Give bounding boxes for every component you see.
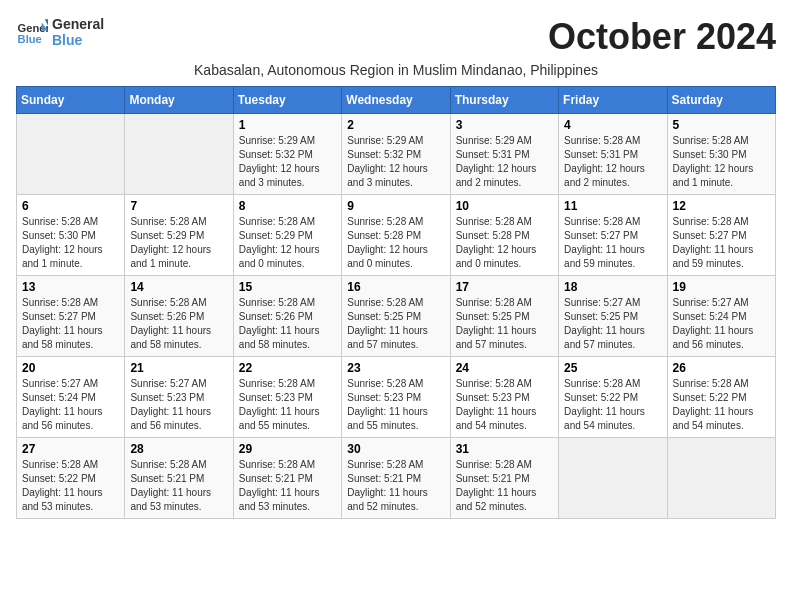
day-info: Sunrise: 5:28 AM Sunset: 5:25 PM Dayligh… (347, 296, 444, 352)
calendar-cell: 5Sunrise: 5:28 AM Sunset: 5:30 PM Daylig… (667, 114, 775, 195)
logo-line2: Blue (52, 32, 104, 48)
day-number: 4 (564, 118, 661, 132)
day-number: 12 (673, 199, 770, 213)
calendar-table: SundayMondayTuesdayWednesdayThursdayFrid… (16, 86, 776, 519)
day-number: 3 (456, 118, 553, 132)
day-number: 25 (564, 361, 661, 375)
day-info: Sunrise: 5:28 AM Sunset: 5:26 PM Dayligh… (130, 296, 227, 352)
header-wednesday: Wednesday (342, 87, 450, 114)
day-number: 20 (22, 361, 119, 375)
day-info: Sunrise: 5:29 AM Sunset: 5:31 PM Dayligh… (456, 134, 553, 190)
calendar-cell: 1Sunrise: 5:29 AM Sunset: 5:32 PM Daylig… (233, 114, 341, 195)
calendar-cell: 16Sunrise: 5:28 AM Sunset: 5:25 PM Dayli… (342, 276, 450, 357)
day-number: 30 (347, 442, 444, 456)
day-info: Sunrise: 5:27 AM Sunset: 5:25 PM Dayligh… (564, 296, 661, 352)
calendar-cell: 29Sunrise: 5:28 AM Sunset: 5:21 PM Dayli… (233, 438, 341, 519)
day-info: Sunrise: 5:28 AM Sunset: 5:21 PM Dayligh… (347, 458, 444, 514)
day-number: 28 (130, 442, 227, 456)
day-number: 11 (564, 199, 661, 213)
day-info: Sunrise: 5:27 AM Sunset: 5:23 PM Dayligh… (130, 377, 227, 433)
calendar-cell: 22Sunrise: 5:28 AM Sunset: 5:23 PM Dayli… (233, 357, 341, 438)
calendar-cell: 31Sunrise: 5:28 AM Sunset: 5:21 PM Dayli… (450, 438, 558, 519)
day-info: Sunrise: 5:28 AM Sunset: 5:21 PM Dayligh… (130, 458, 227, 514)
day-number: 26 (673, 361, 770, 375)
day-number: 17 (456, 280, 553, 294)
day-info: Sunrise: 5:28 AM Sunset: 5:23 PM Dayligh… (239, 377, 336, 433)
header-sunday: Sunday (17, 87, 125, 114)
calendar-cell (125, 114, 233, 195)
header-thursday: Thursday (450, 87, 558, 114)
day-info: Sunrise: 5:28 AM Sunset: 5:31 PM Dayligh… (564, 134, 661, 190)
day-info: Sunrise: 5:28 AM Sunset: 5:26 PM Dayligh… (239, 296, 336, 352)
day-number: 7 (130, 199, 227, 213)
page-header: General Blue General Blue October 2024 (16, 16, 776, 58)
calendar-week-1: 1Sunrise: 5:29 AM Sunset: 5:32 PM Daylig… (17, 114, 776, 195)
day-number: 22 (239, 361, 336, 375)
day-info: Sunrise: 5:28 AM Sunset: 5:30 PM Dayligh… (22, 215, 119, 271)
calendar-cell: 4Sunrise: 5:28 AM Sunset: 5:31 PM Daylig… (559, 114, 667, 195)
calendar-body: 1Sunrise: 5:29 AM Sunset: 5:32 PM Daylig… (17, 114, 776, 519)
day-number: 14 (130, 280, 227, 294)
day-info: Sunrise: 5:29 AM Sunset: 5:32 PM Dayligh… (347, 134, 444, 190)
calendar-cell: 2Sunrise: 5:29 AM Sunset: 5:32 PM Daylig… (342, 114, 450, 195)
calendar-cell: 18Sunrise: 5:27 AM Sunset: 5:25 PM Dayli… (559, 276, 667, 357)
day-info: Sunrise: 5:27 AM Sunset: 5:24 PM Dayligh… (673, 296, 770, 352)
day-info: Sunrise: 5:28 AM Sunset: 5:22 PM Dayligh… (22, 458, 119, 514)
calendar-cell: 20Sunrise: 5:27 AM Sunset: 5:24 PM Dayli… (17, 357, 125, 438)
calendar-cell (559, 438, 667, 519)
day-info: Sunrise: 5:28 AM Sunset: 5:28 PM Dayligh… (347, 215, 444, 271)
calendar-cell: 7Sunrise: 5:28 AM Sunset: 5:29 PM Daylig… (125, 195, 233, 276)
day-number: 16 (347, 280, 444, 294)
calendar-cell: 23Sunrise: 5:28 AM Sunset: 5:23 PM Dayli… (342, 357, 450, 438)
day-number: 23 (347, 361, 444, 375)
calendar-cell: 26Sunrise: 5:28 AM Sunset: 5:22 PM Dayli… (667, 357, 775, 438)
calendar-cell: 28Sunrise: 5:28 AM Sunset: 5:21 PM Dayli… (125, 438, 233, 519)
subtitle: Kabasalan, Autonomous Region in Muslim M… (16, 62, 776, 78)
calendar-cell: 17Sunrise: 5:28 AM Sunset: 5:25 PM Dayli… (450, 276, 558, 357)
day-info: Sunrise: 5:28 AM Sunset: 5:27 PM Dayligh… (564, 215, 661, 271)
header-monday: Monday (125, 87, 233, 114)
day-info: Sunrise: 5:28 AM Sunset: 5:21 PM Dayligh… (239, 458, 336, 514)
calendar-week-2: 6Sunrise: 5:28 AM Sunset: 5:30 PM Daylig… (17, 195, 776, 276)
day-info: Sunrise: 5:28 AM Sunset: 5:27 PM Dayligh… (22, 296, 119, 352)
day-info: Sunrise: 5:28 AM Sunset: 5:25 PM Dayligh… (456, 296, 553, 352)
day-number: 27 (22, 442, 119, 456)
day-number: 19 (673, 280, 770, 294)
calendar-cell: 27Sunrise: 5:28 AM Sunset: 5:22 PM Dayli… (17, 438, 125, 519)
calendar-cell: 15Sunrise: 5:28 AM Sunset: 5:26 PM Dayli… (233, 276, 341, 357)
day-number: 31 (456, 442, 553, 456)
header-tuesday: Tuesday (233, 87, 341, 114)
day-info: Sunrise: 5:29 AM Sunset: 5:32 PM Dayligh… (239, 134, 336, 190)
day-number: 1 (239, 118, 336, 132)
calendar-cell: 21Sunrise: 5:27 AM Sunset: 5:23 PM Dayli… (125, 357, 233, 438)
calendar-cell: 25Sunrise: 5:28 AM Sunset: 5:22 PM Dayli… (559, 357, 667, 438)
calendar-cell: 12Sunrise: 5:28 AM Sunset: 5:27 PM Dayli… (667, 195, 775, 276)
calendar-cell: 6Sunrise: 5:28 AM Sunset: 5:30 PM Daylig… (17, 195, 125, 276)
day-number: 15 (239, 280, 336, 294)
day-info: Sunrise: 5:28 AM Sunset: 5:21 PM Dayligh… (456, 458, 553, 514)
day-number: 10 (456, 199, 553, 213)
day-info: Sunrise: 5:28 AM Sunset: 5:27 PM Dayligh… (673, 215, 770, 271)
day-info: Sunrise: 5:28 AM Sunset: 5:23 PM Dayligh… (347, 377, 444, 433)
day-info: Sunrise: 5:28 AM Sunset: 5:30 PM Dayligh… (673, 134, 770, 190)
calendar-cell (667, 438, 775, 519)
logo: General Blue General Blue (16, 16, 104, 48)
day-number: 24 (456, 361, 553, 375)
calendar-cell: 19Sunrise: 5:27 AM Sunset: 5:24 PM Dayli… (667, 276, 775, 357)
logo-icon: General Blue (16, 16, 48, 48)
day-number: 6 (22, 199, 119, 213)
header-friday: Friday (559, 87, 667, 114)
header-saturday: Saturday (667, 87, 775, 114)
day-number: 18 (564, 280, 661, 294)
calendar-week-3: 13Sunrise: 5:28 AM Sunset: 5:27 PM Dayli… (17, 276, 776, 357)
calendar-cell: 9Sunrise: 5:28 AM Sunset: 5:28 PM Daylig… (342, 195, 450, 276)
month-title: October 2024 (548, 16, 776, 58)
logo-line1: General (52, 16, 104, 32)
day-number: 2 (347, 118, 444, 132)
calendar-header-row: SundayMondayTuesdayWednesdayThursdayFrid… (17, 87, 776, 114)
day-number: 29 (239, 442, 336, 456)
day-number: 8 (239, 199, 336, 213)
calendar-cell: 13Sunrise: 5:28 AM Sunset: 5:27 PM Dayli… (17, 276, 125, 357)
calendar-week-5: 27Sunrise: 5:28 AM Sunset: 5:22 PM Dayli… (17, 438, 776, 519)
calendar-cell: 30Sunrise: 5:28 AM Sunset: 5:21 PM Dayli… (342, 438, 450, 519)
